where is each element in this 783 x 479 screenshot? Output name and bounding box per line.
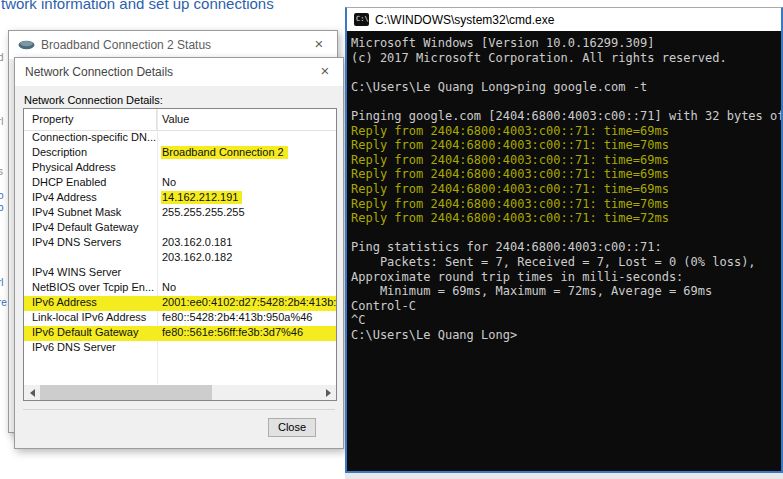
terminal-line: Reply from 2404:6800:4003:c00::71: time=…: [351, 138, 781, 153]
property-cell: IPv4 DNS Servers: [24, 236, 157, 251]
property-cell: IPv6 DNS Server: [24, 341, 157, 356]
value-cell: Broadband Connection 2: [157, 146, 336, 161]
property-cell: DHCP Enabled: [24, 176, 157, 191]
table-row: IPv4 DNS Servers 203.162.0.181: [24, 236, 336, 251]
property-cell: Description: [24, 146, 157, 161]
terminal-line: Control-C: [351, 299, 781, 314]
value-cell: No: [157, 176, 336, 191]
scroll-right-button[interactable]: [320, 385, 336, 400]
broadband-status-titlebar[interactable]: Broadband Connection 2 Status: [9, 31, 337, 59]
column-header-value[interactable]: Value: [157, 109, 189, 130]
property-cell: IPv6 Address: [24, 296, 157, 311]
scroll-right-icon: [326, 389, 331, 397]
terminal-line: Reply from 2404:6800:4003:c00::71: time=…: [351, 124, 781, 139]
property-cell: IPv4 Subnet Mask: [24, 206, 157, 221]
value-cell: [157, 341, 336, 356]
terminal-line: Ping statistics for 2404:6800:4003:c00::…: [351, 240, 781, 255]
property-cell: NetBIOS over Tcpip En...: [24, 281, 157, 296]
left-edge-fragments: drlsobrlre: [0, 0, 7, 479]
table-row: IPv4 Subnet Mask 255.255.255.255: [24, 206, 336, 221]
value-cell: 203.162.0.181: [157, 236, 336, 251]
value-cell: fe80::561e:56ff:fe3b:3d7%46: [157, 326, 336, 341]
property-cell: Connection-specific DN...: [24, 131, 157, 146]
property-cell: [24, 251, 157, 266]
screen: twork information and set up connections…: [0, 0, 783, 479]
value-cell: [157, 161, 336, 176]
terminal-line: ^C: [351, 313, 781, 328]
details-rows: Connection-specific DN... Description Br…: [24, 131, 336, 356]
scroll-left-icon: [30, 389, 35, 397]
table-row: IPv4 Default Gateway: [24, 221, 336, 236]
cmd-titlebar[interactable]: C:\ C:\WINDOWS\system32\cmd.exe: [347, 8, 781, 31]
terminal-line: Microsoft Windows [Version 10.0.16299.30…: [351, 36, 781, 51]
dialog-separator: [23, 409, 335, 410]
property-cell: IPv4 WINS Server: [24, 266, 157, 281]
value-cell: 255.255.255.255: [157, 206, 336, 221]
table-row: IPv6 Default Gateway fe80::561e:56ff:fe3…: [24, 326, 336, 341]
terminal-line: Approximate round trip times in milli-se…: [351, 270, 781, 285]
broadband-connection-icon: [18, 39, 35, 51]
network-details-close-button[interactable]: ×: [316, 62, 334, 80]
table-row: Link-local IPv6 Address fe80::5428:2b4:4…: [24, 311, 336, 326]
cmd-icon: C:\: [354, 13, 369, 26]
cmd-window: C:\ C:\WINDOWS\system32\cmd.exe Microsof…: [345, 7, 783, 473]
table-row: Description Broadband Connection 2: [24, 146, 336, 161]
table-row: Physical Address: [24, 161, 336, 176]
terminal-line: Pinging google.com [2404:6800:4003:c00::…: [351, 109, 781, 124]
network-info-link[interactable]: twork information and set up connections: [1, 0, 274, 12]
value-cell: 14.162.212.191: [157, 191, 336, 206]
desktop-background-strip: [345, 473, 783, 479]
property-cell: IPv4 Address: [24, 191, 157, 206]
table-row: IPv4 Address 14.162.212.191: [24, 191, 336, 206]
close-button[interactable]: Close: [268, 418, 316, 437]
close-icon: ×: [315, 35, 324, 52]
scroll-left-button[interactable]: [24, 385, 40, 400]
broadband-status-close-button[interactable]: ×: [310, 35, 328, 53]
edge-fragment: re: [0, 297, 7, 308]
value-cell: 2001:ee0:4102:d27:5428:2b4:413b:950a: [157, 296, 336, 311]
horizontal-scrollbar[interactable]: [24, 385, 336, 400]
edge-fragment: o: [0, 190, 4, 201]
terminal-output[interactable]: Microsoft Windows [Version 10.0.16299.30…: [347, 31, 781, 471]
table-row: IPv6 DNS Server: [24, 341, 336, 356]
listview-header: Property Value: [24, 109, 336, 131]
table-row: 203.162.0.182: [24, 251, 336, 266]
terminal-line: Reply from 2404:6800:4003:c00::71: time=…: [351, 182, 781, 197]
terminal-line: [351, 226, 781, 241]
terminal-line: C:\Users\Le Quang Long>: [351, 328, 781, 343]
table-row: Connection-specific DN...: [24, 131, 336, 146]
edge-fragment: s: [0, 166, 3, 177]
edge-fragment: rl: [0, 116, 4, 127]
network-details-dialog: Network Connection Details × Network Con…: [14, 57, 344, 449]
value-cell: 203.162.0.182: [157, 251, 336, 266]
value-cell: [157, 266, 336, 281]
terminal-line: [351, 94, 781, 109]
table-row: IPv4 WINS Server: [24, 266, 336, 281]
edge-fragment: d: [0, 52, 4, 63]
broadband-status-title: Broadband Connection 2 Status: [41, 38, 211, 52]
terminal-line: [351, 65, 781, 80]
table-row: DHCP Enabled No: [24, 176, 336, 191]
edge-fragment: rl: [0, 277, 4, 288]
cmd-title: C:\WINDOWS\system32\cmd.exe: [375, 13, 554, 27]
terminal-line: Packets: Sent = 7, Received = 7, Lost = …: [351, 255, 781, 270]
network-details-title: Network Connection Details: [25, 65, 173, 79]
property-cell: Physical Address: [24, 161, 157, 176]
terminal-line: Minimum = 69ms, Maximum = 72ms, Average …: [351, 284, 781, 299]
terminal-line: C:\Users\Le Quang Long>ping google.com -…: [351, 80, 781, 95]
value-cell: No: [157, 281, 336, 296]
property-cell: Link-local IPv6 Address: [24, 311, 157, 326]
network-details-titlebar[interactable]: Network Connection Details: [15, 58, 343, 86]
property-cell: IPv6 Default Gateway: [24, 326, 157, 341]
property-cell: IPv4 Default Gateway: [24, 221, 157, 236]
close-icon: ×: [321, 62, 330, 79]
terminal-line: Reply from 2404:6800:4003:c00::71: time=…: [351, 197, 781, 212]
network-details-label: Network Connection Details:: [24, 94, 163, 106]
column-header-property[interactable]: Property: [24, 109, 157, 130]
terminal-line: (c) 2017 Microsoft Corporation. All righ…: [351, 51, 781, 66]
scrollbar-thumb[interactable]: [40, 385, 212, 400]
terminal-line: Reply from 2404:6800:4003:c00::71: time=…: [351, 153, 781, 168]
terminal-line: Reply from 2404:6800:4003:c00::71: time=…: [351, 167, 781, 182]
terminal-line: Reply from 2404:6800:4003:c00::71: time=…: [351, 211, 781, 226]
edge-fragment: b: [0, 202, 4, 213]
